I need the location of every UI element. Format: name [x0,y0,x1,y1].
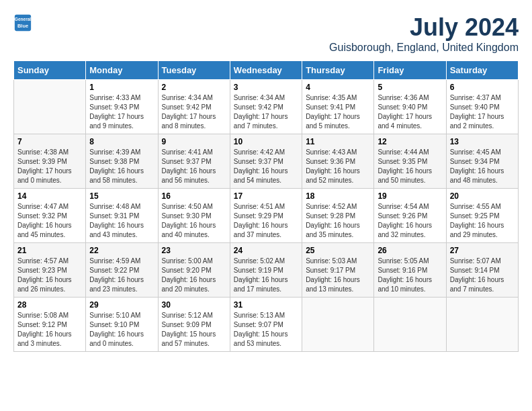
calendar-cell [446,298,518,352]
day-number: 29 [89,300,154,310]
day-number: 10 [234,137,298,146]
week-row-3: 14Sunrise: 4:47 AMSunset: 9:32 PMDayligh… [14,189,519,243]
calendar-cell: 6Sunrise: 4:37 AMSunset: 9:40 PMDaylight… [446,80,518,134]
week-row-1: 1Sunrise: 4:33 AMSunset: 9:43 PMDaylight… [14,80,519,134]
day-info: Sunrise: 4:37 AMSunset: 9:40 PMDaylight:… [450,93,515,131]
day-number: 31 [234,300,298,310]
day-info: Sunrise: 4:42 AMSunset: 9:37 PMDaylight:… [234,148,298,185]
logo: General Blue [13,13,32,32]
calendar-cell: 12Sunrise: 4:44 AMSunset: 9:35 PMDayligh… [374,134,446,189]
calendar-cell: 23Sunrise: 5:00 AMSunset: 9:20 PMDayligh… [158,243,230,298]
day-number: 9 [162,137,226,146]
calendar-cell: 26Sunrise: 5:05 AMSunset: 9:16 PMDayligh… [374,243,446,298]
day-number: 13 [450,137,515,146]
day-number: 2 [162,83,226,92]
calendar-cell: 18Sunrise: 4:52 AMSunset: 9:28 PMDayligh… [302,189,374,243]
day-info: Sunrise: 5:03 AMSunset: 9:17 PMDaylight:… [306,257,370,294]
day-header-monday: Monday [86,61,158,80]
day-info: Sunrise: 5:00 AMSunset: 9:20 PMDaylight:… [162,257,226,294]
day-number: 16 [162,191,226,201]
day-number: 25 [306,246,370,255]
calendar-cell: 22Sunrise: 4:59 AMSunset: 9:22 PMDayligh… [86,243,158,298]
svg-text:General: General [15,17,31,21]
day-header-saturday: Saturday [446,61,518,80]
day-info: Sunrise: 4:57 AMSunset: 9:23 PMDaylight:… [17,257,82,294]
day-info: Sunrise: 4:39 AMSunset: 9:38 PMDaylight:… [89,148,154,185]
calendar-cell: 15Sunrise: 4:48 AMSunset: 9:31 PMDayligh… [86,189,158,243]
header-row: SundayMondayTuesdayWednesdayThursdayFrid… [14,61,519,80]
day-number: 24 [234,246,298,255]
day-number: 8 [89,137,154,146]
calendar-cell: 29Sunrise: 5:10 AMSunset: 9:10 PMDayligh… [86,298,158,352]
day-info: Sunrise: 4:35 AMSunset: 9:41 PMDaylight:… [306,93,370,131]
day-info: Sunrise: 4:36 AMSunset: 9:40 PMDaylight:… [378,93,442,131]
day-number: 27 [450,246,515,255]
day-number: 5 [378,83,442,92]
calendar-cell: 17Sunrise: 4:51 AMSunset: 9:29 PMDayligh… [230,189,302,243]
calendar-cell [374,298,446,352]
day-number: 28 [17,300,82,310]
day-info: Sunrise: 4:50 AMSunset: 9:30 PMDaylight:… [162,202,226,240]
logo-icon: General Blue [13,13,32,32]
day-number: 11 [306,137,370,146]
day-info: Sunrise: 4:55 AMSunset: 9:25 PMDaylight:… [450,202,515,240]
day-info: Sunrise: 5:05 AMSunset: 9:16 PMDaylight:… [378,257,442,294]
day-number: 18 [306,191,370,201]
location-title: Guisborough, England, United Kingdom [329,42,519,54]
header: General Blue July 2024 Guisborough, Engl… [13,13,519,54]
calendar-cell: 10Sunrise: 4:42 AMSunset: 9:37 PMDayligh… [230,134,302,189]
day-info: Sunrise: 5:02 AMSunset: 9:19 PMDaylight:… [234,257,298,294]
day-info: Sunrise: 4:45 AMSunset: 9:34 PMDaylight:… [450,148,515,185]
calendar-cell: 30Sunrise: 5:12 AMSunset: 9:09 PMDayligh… [158,298,230,352]
svg-text:Blue: Blue [17,23,28,29]
day-number: 15 [89,191,154,201]
calendar-cell: 9Sunrise: 4:41 AMSunset: 9:37 PMDaylight… [158,134,230,189]
day-number: 14 [17,191,82,201]
day-number: 22 [89,246,154,255]
calendar-table: SundayMondayTuesdayWednesdayThursdayFrid… [13,60,519,352]
day-number: 4 [306,83,370,92]
month-title: July 2024 [329,13,519,42]
day-number: 12 [378,137,442,146]
calendar-cell: 11Sunrise: 4:43 AMSunset: 9:36 PMDayligh… [302,134,374,189]
day-number: 7 [17,137,82,146]
calendar-cell: 3Sunrise: 4:34 AMSunset: 9:42 PMDaylight… [230,80,302,134]
day-number: 6 [450,83,515,92]
title-area: July 2024 Guisborough, England, United K… [329,13,519,54]
week-row-5: 28Sunrise: 5:08 AMSunset: 9:12 PMDayligh… [14,298,519,352]
calendar-cell: 20Sunrise: 4:55 AMSunset: 9:25 PMDayligh… [446,189,518,243]
day-info: Sunrise: 5:08 AMSunset: 9:12 PMDaylight:… [17,311,82,349]
calendar-cell: 4Sunrise: 4:35 AMSunset: 9:41 PMDaylight… [302,80,374,134]
calendar-cell: 2Sunrise: 4:34 AMSunset: 9:42 PMDaylight… [158,80,230,134]
day-info: Sunrise: 5:13 AMSunset: 9:07 PMDaylight:… [234,311,298,349]
calendar-cell: 25Sunrise: 5:03 AMSunset: 9:17 PMDayligh… [302,243,374,298]
week-row-4: 21Sunrise: 4:57 AMSunset: 9:23 PMDayligh… [14,243,519,298]
day-info: Sunrise: 4:33 AMSunset: 9:43 PMDaylight:… [89,93,154,131]
day-header-friday: Friday [374,61,446,80]
calendar-cell: 28Sunrise: 5:08 AMSunset: 9:12 PMDayligh… [14,298,86,352]
day-info: Sunrise: 4:44 AMSunset: 9:35 PMDaylight:… [378,148,442,185]
calendar-cell: 27Sunrise: 5:07 AMSunset: 9:14 PMDayligh… [446,243,518,298]
day-header-thursday: Thursday [302,61,374,80]
calendar-cell: 24Sunrise: 5:02 AMSunset: 9:19 PMDayligh… [230,243,302,298]
day-number: 30 [162,300,226,310]
calendar-cell: 31Sunrise: 5:13 AMSunset: 9:07 PMDayligh… [230,298,302,352]
day-info: Sunrise: 4:52 AMSunset: 9:28 PMDaylight:… [306,202,370,240]
calendar-cell [302,298,374,352]
day-header-tuesday: Tuesday [158,61,230,80]
calendar-cell: 19Sunrise: 4:54 AMSunset: 9:26 PMDayligh… [374,189,446,243]
day-info: Sunrise: 4:41 AMSunset: 9:37 PMDaylight:… [162,148,226,185]
day-info: Sunrise: 4:38 AMSunset: 9:39 PMDaylight:… [17,148,82,185]
calendar-cell: 1Sunrise: 4:33 AMSunset: 9:43 PMDaylight… [86,80,158,134]
day-info: Sunrise: 4:47 AMSunset: 9:32 PMDaylight:… [17,202,82,240]
day-info: Sunrise: 4:48 AMSunset: 9:31 PMDaylight:… [89,202,154,240]
day-number: 21 [17,246,82,255]
day-header-wednesday: Wednesday [230,61,302,80]
day-header-sunday: Sunday [14,61,86,80]
calendar-cell: 21Sunrise: 4:57 AMSunset: 9:23 PMDayligh… [14,243,86,298]
calendar-cell: 5Sunrise: 4:36 AMSunset: 9:40 PMDaylight… [374,80,446,134]
day-info: Sunrise: 4:54 AMSunset: 9:26 PMDaylight:… [378,202,442,240]
day-info: Sunrise: 4:59 AMSunset: 9:22 PMDaylight:… [89,257,154,294]
week-row-2: 7Sunrise: 4:38 AMSunset: 9:39 PMDaylight… [14,134,519,189]
calendar-cell: 13Sunrise: 4:45 AMSunset: 9:34 PMDayligh… [446,134,518,189]
